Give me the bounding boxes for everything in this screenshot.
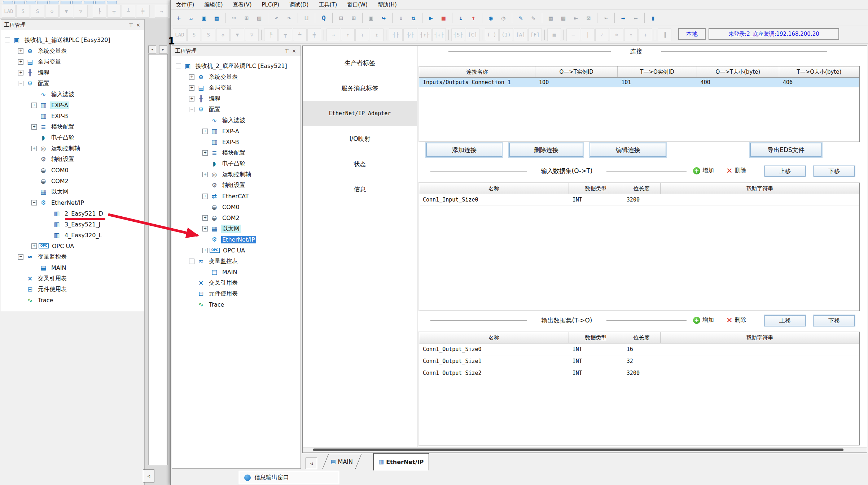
paste-icon[interactable]: ▨ bbox=[253, 12, 265, 24]
tree-item[interactable]: ▤MAIN bbox=[172, 267, 301, 277]
ladder-tool-icon[interactable]: ┷ bbox=[122, 5, 135, 18]
scrollbar-thumb[interactable] bbox=[313, 449, 843, 451]
expander-icon[interactable]: + bbox=[189, 96, 194, 101]
expander-icon[interactable]: − bbox=[176, 64, 181, 69]
delete-connection-button[interactable]: 删除连接 bbox=[509, 143, 583, 157]
ladder-tool-icon[interactable]: S bbox=[16, 5, 30, 18]
page-sync-icon[interactable]: ⇅ bbox=[408, 12, 420, 24]
expander-icon[interactable]: + bbox=[18, 70, 23, 75]
menu-item[interactable]: 文件(F) bbox=[171, 0, 199, 9]
tree-item[interactable]: ⚙轴组设置 bbox=[1, 154, 145, 165]
close-icon[interactable]: × bbox=[290, 48, 298, 54]
ladder-tool-icon[interactable]: ▼ bbox=[60, 5, 73, 18]
ladder-tool-icon[interactable]: ┤↑├ bbox=[418, 28, 431, 41]
edit-connection-button[interactable]: 编辑连接 bbox=[590, 143, 666, 157]
ladder-tool-icon[interactable]: → bbox=[155, 5, 168, 18]
tree-item[interactable]: −⚙EtherNet/IP bbox=[1, 197, 145, 208]
menu-item[interactable]: PLC(P) bbox=[257, 0, 285, 9]
table-row[interactable]: Conn1_Output_Size1INT32 bbox=[419, 355, 859, 367]
expander-icon[interactable]: + bbox=[202, 150, 208, 156]
compile-icon[interactable]: ▦ bbox=[545, 12, 557, 24]
copy-icon[interactable]: ⊞ bbox=[241, 12, 253, 24]
expander-icon[interactable]: + bbox=[18, 59, 23, 65]
tree-item[interactable]: ◒COM0 bbox=[1, 165, 145, 176]
tree-item[interactable]: ∿输入滤波 bbox=[172, 115, 301, 126]
side-tab[interactable]: I/O映射 bbox=[303, 126, 417, 151]
ladder-tool-icon[interactable]: ↓ bbox=[639, 28, 652, 41]
input-add-control[interactable]: + 增加 bbox=[693, 167, 714, 174]
page-down-icon[interactable]: ⇓ bbox=[395, 12, 407, 24]
ladder-tool-icon[interactable]: ▽ bbox=[74, 5, 88, 18]
menu-item[interactable]: 编辑(E) bbox=[199, 0, 228, 9]
horizontal-scrollbar[interactable] bbox=[303, 447, 867, 452]
tree-item[interactable]: ⊟元件使用表 bbox=[172, 288, 301, 299]
expander-icon[interactable]: + bbox=[18, 48, 23, 54]
ladder-tool-icon[interactable]: ▐ bbox=[658, 28, 671, 41]
side-tab[interactable]: 生产者标签 bbox=[303, 50, 417, 75]
open-icon[interactable]: ▱ bbox=[185, 12, 197, 24]
ladder-tool-icon[interactable]: ↥ bbox=[370, 28, 383, 41]
expander-icon[interactable]: + bbox=[31, 124, 37, 130]
run-icon[interactable]: ▶ bbox=[425, 12, 437, 24]
ladder-tool-icon[interactable]: ⁄ bbox=[595, 28, 609, 41]
tree-item[interactable]: +OPCOPC UA bbox=[172, 245, 301, 256]
ladder-tool-icon[interactable]: ↑ bbox=[341, 28, 355, 41]
device-view-icon[interactable]: ▮ bbox=[647, 12, 659, 24]
side-tab[interactable]: EtherNet/IP Adapter bbox=[303, 101, 417, 126]
ladder-tool-icon[interactable]: ┯ bbox=[279, 28, 292, 41]
ladder-tool-icon[interactable]: ▼ bbox=[231, 28, 244, 41]
menu-item[interactable]: 调试(D) bbox=[284, 0, 314, 9]
ladder-tool-icon[interactable]: ╪ bbox=[136, 5, 150, 18]
tree-item[interactable]: +╫编程 bbox=[172, 93, 301, 104]
tree-item[interactable]: +▦以太网 bbox=[172, 223, 301, 234]
ladder-tool-icon[interactable]: ∗ bbox=[610, 28, 623, 41]
tree-item[interactable]: ∿Trace bbox=[172, 299, 301, 310]
tree-item[interactable]: +╫编程 bbox=[1, 67, 145, 78]
ladder-tool-icon[interactable]: ┤⁄├ bbox=[403, 28, 417, 41]
monitor-time-icon[interactable]: ◔ bbox=[497, 12, 509, 24]
tree-item[interactable]: ◒COM2 bbox=[1, 176, 145, 186]
save-icon[interactable]: ▣ bbox=[198, 12, 210, 24]
side-tab[interactable]: 服务消息标签 bbox=[303, 75, 417, 101]
expander-icon[interactable]: + bbox=[189, 85, 194, 91]
expander-icon[interactable]: + bbox=[31, 103, 37, 108]
expander-icon[interactable]: + bbox=[202, 226, 208, 231]
tree-item[interactable]: +▤全局变量 bbox=[172, 82, 301, 93]
tree-item[interactable]: +◎运动控制轴 bbox=[1, 143, 145, 154]
tree-item[interactable]: ▦以太网 bbox=[1, 186, 145, 197]
ladder-tool-icon[interactable]: ┞ bbox=[93, 5, 106, 18]
tree-item[interactable]: −▣接收机_1_输送线PLC [Easy320] bbox=[1, 35, 145, 46]
pin-icon[interactable]: ⊤ bbox=[127, 22, 135, 28]
side-tab[interactable]: 状态 bbox=[303, 151, 417, 177]
side-tab[interactable]: 信息 bbox=[303, 177, 417, 202]
tab-scroll-left-button[interactable]: ◃ bbox=[306, 458, 317, 469]
ladder-tool-icon[interactable]: ▤ bbox=[547, 28, 561, 41]
tree-item[interactable]: ∿Trace bbox=[1, 295, 145, 306]
ladder-tool-icon[interactable]: [C] bbox=[466, 28, 479, 41]
expander-icon[interactable]: − bbox=[5, 38, 10, 43]
cut-icon[interactable]: ✂ bbox=[228, 12, 240, 24]
ladder-tool-icon[interactable]: ┤S├ bbox=[451, 28, 465, 41]
table-row[interactable]: Inputs/Outputs Connection 1100101400406 bbox=[419, 78, 859, 87]
ladder-tool-icon[interactable]: ▽ bbox=[245, 28, 259, 41]
output-move-up-button[interactable]: 上移 bbox=[764, 315, 806, 326]
tree-item[interactable]: +⊕系统变量表 bbox=[1, 46, 145, 56]
ladder-tool-icon[interactable]: ↴ bbox=[355, 28, 369, 41]
tree-item[interactable]: +▥EXP-A bbox=[172, 126, 301, 137]
tree-item[interactable]: ◗电子凸轮 bbox=[1, 132, 145, 143]
expander-icon[interactable]: − bbox=[189, 107, 194, 112]
expander-icon[interactable]: − bbox=[31, 200, 37, 205]
new-icon[interactable]: + bbox=[173, 12, 185, 24]
ladder-tool-icon[interactable]: — bbox=[566, 28, 580, 41]
menu-item[interactable]: 查看(V) bbox=[228, 0, 257, 9]
ladder-tool-icon[interactable]: S bbox=[31, 5, 44, 18]
tree-item[interactable]: −⚙配置 bbox=[172, 104, 301, 115]
tree-item[interactable]: ▤MAIN bbox=[1, 262, 145, 273]
expander-icon[interactable]: + bbox=[31, 146, 37, 151]
ladder-tool-icon[interactable]: LAD bbox=[2, 5, 16, 18]
expander-icon[interactable]: + bbox=[31, 243, 37, 249]
window-cascade-icon[interactable]: ▣ bbox=[365, 12, 377, 24]
logout-icon[interactable]: ← bbox=[630, 12, 642, 24]
tree-item[interactable]: ⚙轴组设置 bbox=[172, 180, 301, 191]
ladder-tool-icon[interactable]: ┷ bbox=[293, 28, 307, 41]
